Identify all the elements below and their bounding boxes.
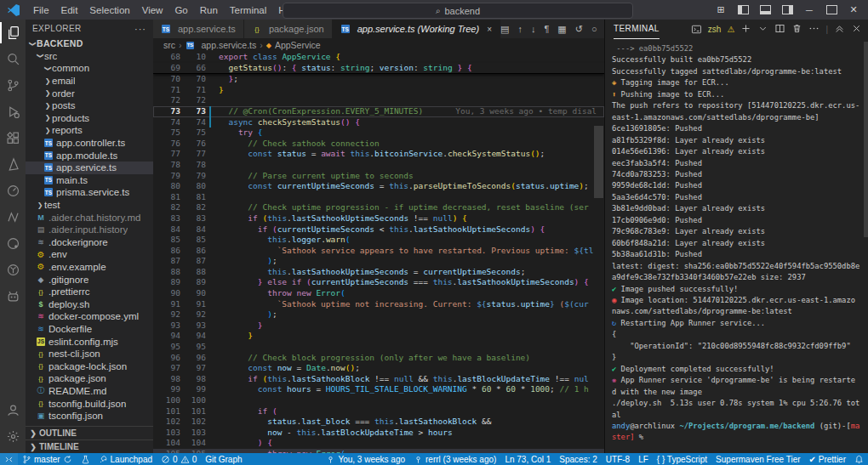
code-editor[interactable]: 6810export class AppService {6966 getSta… bbox=[153, 52, 604, 453]
code-line-98[interactable]: 9898 if (this.lastSathookBlock !== null … bbox=[153, 374, 604, 385]
code-line-95[interactable]: 9595 bbox=[153, 342, 604, 353]
menu-go[interactable]: Go bbox=[168, 0, 193, 20]
code-line-71[interactable]: 7171} bbox=[153, 85, 604, 96]
code-line-73[interactable]: 7373 // @Cron(CronExpression.EVERY_5_MIN… bbox=[153, 106, 604, 117]
status-problems[interactable]: 00 bbox=[157, 453, 201, 465]
code-line-103[interactable]: 103103 now - this.lastBlockUpdateTime > … bbox=[153, 428, 604, 439]
code-line-85[interactable]: 8585 this.logger.warn( bbox=[153, 235, 604, 246]
more-icon[interactable] bbox=[808, 23, 819, 36]
map-icon[interactable]: ▦ bbox=[557, 24, 566, 35]
minimize-icon[interactable]: ─ bbox=[800, 0, 819, 20]
code-line-72[interactable]: 7272 bbox=[153, 95, 604, 106]
activity-orbit[interactable] bbox=[0, 230, 26, 257]
breadcrumb[interactable]: src›TSapp.service.ts›◆AppService bbox=[153, 38, 604, 52]
code-line-80[interactable]: 8080 const currentUptimeSeconds = this.p… bbox=[153, 181, 604, 192]
breadcrumb-item[interactable]: app.service.ts bbox=[202, 40, 257, 50]
tree-item-email[interactable]: ❯email bbox=[26, 75, 153, 88]
activity-prisma[interactable] bbox=[0, 151, 26, 178]
code-line-100[interactable]: 100100 bbox=[153, 395, 604, 406]
status-git-graph[interactable]: Git Graph bbox=[201, 453, 246, 465]
breadcrumb-item[interactable]: src bbox=[163, 40, 175, 50]
tree-item--dockerignore[interactable]: ≋.dockerignore bbox=[26, 236, 153, 249]
toggle-panel-icon[interactable] bbox=[756, 0, 774, 20]
tree-item-docker-compose-yml[interactable]: ≋docker-compose.yml bbox=[26, 310, 153, 323]
editor-scrollbar-thumb[interactable] bbox=[594, 126, 603, 198]
code-line-82[interactable]: 8282 // Check uptime progression - if up… bbox=[153, 202, 604, 213]
code-line-74[interactable]: 7474 async checkSystemStatus() { bbox=[153, 117, 604, 128]
activity-account[interactable] bbox=[0, 397, 26, 423]
tree-item-reports[interactable]: ❯reports bbox=[26, 124, 153, 137]
tree-item--env-example[interactable]: ⚙.env.example bbox=[26, 261, 153, 274]
next-change-icon[interactable]: ↓ bbox=[531, 24, 536, 34]
close-icon[interactable]: ✕ bbox=[844, 0, 863, 20]
tree-item-tsconfig-build-json[interactable]: {}tsconfig.build.json bbox=[26, 397, 153, 410]
code-line-92[interactable]: 9292 ); bbox=[153, 309, 604, 320]
section-outline[interactable]: ❯OUTLINE bbox=[26, 426, 153, 439]
terminal-tab[interactable]: TERMINAL bbox=[614, 20, 660, 39]
code-line-76[interactable]: 7676 // Check sathook connection bbox=[153, 139, 604, 150]
status-blame-author[interactable]: You, 3 weeks ago bbox=[322, 453, 409, 465]
code-line-90[interactable]: 9090 throw new Error( bbox=[153, 288, 604, 299]
tree-item-readme-md[interactable]: ⓘREADME.md bbox=[26, 385, 153, 398]
code-line-101[interactable]: 101101 if ( bbox=[153, 406, 604, 417]
tree-item--env[interactable]: ⚙.env bbox=[26, 248, 153, 261]
section-timeline[interactable]: ❯TIMELINE bbox=[26, 439, 153, 453]
toggle-secondary-sidebar-icon[interactable] bbox=[778, 0, 797, 20]
split-terminal-icon[interactable] bbox=[774, 23, 785, 36]
restore-icon[interactable] bbox=[822, 0, 841, 20]
profile-dropdown-icon[interactable] bbox=[757, 23, 768, 36]
status-blame-commit[interactable]: rerrl (3 weeks ago) bbox=[409, 453, 500, 465]
code-line-68[interactable]: 6810export class AppService { bbox=[153, 52, 604, 63]
activity-settings[interactable] bbox=[0, 423, 26, 450]
toggle-sidebar-icon[interactable] bbox=[734, 0, 752, 20]
code-line-93[interactable]: 9393 } bbox=[153, 320, 604, 332]
code-line-102[interactable]: 102102 status.last_block === this.lastSa… bbox=[153, 417, 604, 428]
tree-item--prettierrc[interactable]: {}.prettierrc bbox=[26, 286, 153, 298]
tree-item--aider-chat-history-md[interactable]: M.aider.chat.history.md bbox=[26, 211, 153, 224]
code-line-78[interactable]: 7878 bbox=[153, 160, 604, 171]
tree-item--gitignore[interactable]: ◆.gitignore bbox=[26, 273, 153, 286]
menu-run[interactable]: Run bbox=[194, 0, 224, 20]
tab-app-service-ts-working-tree-[interactable]: TSapp.service.ts (Working Tree)× bbox=[333, 20, 500, 38]
status-indentation[interactable]: Spaces: 2 bbox=[555, 453, 601, 465]
code-line-97[interactable]: 9797 const now = Date.now(); bbox=[153, 363, 604, 374]
code-line-88[interactable]: 8888 this.lastSathookUptimeSeconds = cur… bbox=[153, 267, 604, 278]
activity-plant[interactable] bbox=[0, 257, 26, 283]
status-eol[interactable]: LF bbox=[634, 453, 653, 465]
tree-item-common[interactable]: ❯common bbox=[26, 62, 153, 75]
tree-item-main-ts[interactable]: TSmain.ts bbox=[26, 174, 153, 187]
code-line-79[interactable]: 7979 // Parse current uptime to seconds bbox=[153, 171, 604, 182]
menu-terminal[interactable]: Terminal bbox=[224, 0, 272, 20]
tree-item--aider-input-history[interactable]: ▤.aider.input.history bbox=[26, 224, 153, 236]
code-line-83[interactable]: 8383 if (this.lastSathookUptimeSeconds !… bbox=[153, 213, 604, 224]
breadcrumb-symbol[interactable]: AppService bbox=[275, 40, 321, 50]
tree-item-tsconfig-json[interactable]: ▣tsconfig.json bbox=[26, 410, 153, 422]
close-panel-icon[interactable] bbox=[851, 23, 862, 36]
activity-source-control[interactable] bbox=[0, 72, 26, 99]
customize-layout-icon[interactable]: ⊞ bbox=[711, 0, 730, 20]
menu-file[interactable]: File bbox=[27, 0, 55, 20]
discard-icon[interactable]: ▤ bbox=[500, 24, 509, 35]
code-line-69[interactable]: 6966 getStatus(): { status: string; vers… bbox=[153, 63, 604, 75]
prev-change-icon[interactable]: ↑ bbox=[517, 24, 523, 34]
code-line-86[interactable]: 8686 `Sathook service appears to have re… bbox=[153, 246, 604, 257]
code-line-84[interactable]: 8484 if (currentUptimeSeconds < this.las… bbox=[153, 224, 604, 235]
tree-item-src[interactable]: ❯src bbox=[26, 50, 153, 63]
menu-selection[interactable]: Selection bbox=[83, 0, 135, 20]
new-terminal-icon[interactable] bbox=[740, 23, 751, 36]
status-beaker-status[interactable] bbox=[77, 453, 94, 465]
status-encoding[interactable]: UTF-8 bbox=[602, 453, 634, 465]
menu-edit[interactable]: Edit bbox=[55, 0, 84, 20]
code-line-91[interactable]: 9191 `Sathook uptime not increasing. Cur… bbox=[153, 299, 604, 310]
code-line-81[interactable]: 8181 bbox=[153, 192, 604, 203]
tree-item-deploy-sh[interactable]: $deploy.sh bbox=[26, 298, 153, 310]
tree-item-order[interactable]: ❯order bbox=[26, 87, 153, 99]
explorer-more-actions-icon[interactable]: ··· bbox=[134, 24, 146, 34]
tree-item-package-json[interactable]: {}package.json bbox=[26, 372, 153, 385]
status-supermaven[interactable]: Supermaven Free Tier bbox=[711, 453, 805, 465]
tree-item-app-module-ts[interactable]: TSapp.module.ts bbox=[26, 149, 153, 162]
status-notifications[interactable] bbox=[850, 453, 868, 465]
status-language-mode[interactable]: { } TypeScript bbox=[653, 453, 711, 465]
terminal-output[interactable]: ---> ea0bb75d5522Successfully built ea0b… bbox=[605, 38, 863, 453]
tab-close-icon[interactable]: × bbox=[487, 25, 492, 34]
